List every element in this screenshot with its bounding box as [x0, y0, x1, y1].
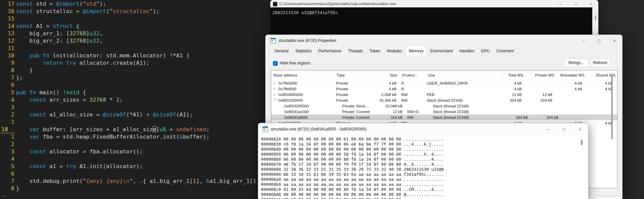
hex-scrollbar-thumb[interactable]: [581, 140, 583, 145]
hide-free-regions-checkbox[interactable]: ✓: [273, 61, 278, 66]
code-line[interactable]: 1: [0, 118, 273, 126]
column-header[interactable]: Base address: [271, 72, 334, 78]
expander-icon[interactable]: ›: [273, 98, 278, 102]
column-header[interactable]: Size: [373, 72, 400, 78]
hex-titlebar[interactable]: structalloc.exe (6720) (0x8f341af000 - 0…: [258, 123, 588, 135]
line-number: 8: [0, 67, 14, 74]
tab-handles[interactable]: Handles: [456, 47, 478, 56]
tab-memory[interactable]: Memory: [406, 46, 427, 56]
tab-environment[interactable]: Environment: [427, 47, 456, 56]
code-line[interactable]: 12 big_arr_2: [32768]u32,: [0, 37, 273, 45]
table-scrollbar-thumb[interactable]: [611, 75, 613, 139]
table-row[interactable]: ›0x8f33000000Private2,048 kBRWPEB12 kB12…: [271, 92, 617, 97]
scrollbar-thumb[interactable]: [595, 15, 596, 20]
maximize-button[interactable]: □: [568, 0, 583, 7]
minimize-button[interactable]: –: [576, 36, 591, 46]
table-row[interactable]: ›0x7ffe0000Private4 kBRUSER_SHARED_DATA4…: [271, 80, 617, 86]
code-line[interactable]: 4: [0, 155, 273, 163]
column-header[interactable]: Shared WS: [587, 72, 617, 78]
code-text: };: [14, 74, 23, 82]
maximize-button[interactable]: □: [591, 36, 607, 46]
tab-token[interactable]: Token: [366, 47, 383, 56]
hex-dump-window[interactable]: structalloc.exe (6720) (0x8f341af000 - 0…: [258, 123, 589, 199]
hex-rows[interactable]: 00000820 00 00 00 00 00 00 00 00 01 00 0…: [258, 135, 588, 199]
code-line[interactable]: 6: [0, 170, 273, 178]
partially-visible-button[interactable]: [596, 197, 620, 199]
code-line[interactable]: 3: [0, 104, 273, 111]
close-button[interactable]: ×: [583, 0, 598, 7]
code-line[interactable]: 10 pub fn init(allocator: std.mem.Alloca…: [0, 52, 273, 59]
tab-comment[interactable]: Comment: [493, 47, 517, 56]
line-number: 1: [0, 133, 14, 141]
tab-threads[interactable]: Threads: [344, 47, 366, 56]
expander-icon[interactable]: ›: [274, 87, 278, 91]
code-token: [16, 134, 30, 140]
minimize-button[interactable]: –: [553, 0, 568, 7]
code-line[interactable]: 14const A1 = struct {: [0, 22, 273, 30]
code-line[interactable]: 18 var buffer: [arr_sizes + a1_alloc_siz…: [0, 126, 273, 133]
code-token: init(allocator: std.mem.Allocator) !*A1 …: [49, 52, 189, 59]
code-line[interactable]: 15: [0, 15, 273, 22]
column-header[interactable]: Protect...: [400, 72, 426, 78]
tab-statistics[interactable]: Statistics: [292, 47, 315, 56]
code-token: (*A1) +: [126, 111, 153, 118]
code-token: a1 =: [46, 163, 66, 169]
code-line[interactable]: 17const std = @import("std");: [0, 0, 273, 8]
code-line[interactable]: 1 var fba = std.heap.FixedBufferAllocato…: [0, 133, 273, 141]
table-row[interactable]: ›0x7ffef000Private4 kBR4 kB4 kB4 kB: [271, 86, 617, 92]
minimize-button[interactable]: –: [540, 123, 556, 135]
table-row[interactable]: ›0x8f33200000Private16,384 kBRWStack (th…: [271, 97, 617, 103]
column-header[interactable]: Shareable WS: [557, 72, 587, 78]
code-line[interactable]: 8 }: [0, 67, 273, 74]
code-line[interactable]: 16const structalloc = @import("structall…: [0, 8, 273, 15]
column-header[interactable]: Total WS: [503, 72, 526, 78]
refresh-button[interactable]: Refresh: [590, 58, 610, 67]
table-row[interactable]: 0x8f341af000Private: Commit324 kBRWStack…: [271, 114, 617, 120]
code-token: ,: [99, 38, 103, 44]
hex-offset: 00000880: [261, 167, 281, 172]
code-line[interactable]: 5 const a1 = try A1.init(allocator);: [0, 163, 273, 170]
close-icon: ×: [579, 127, 582, 132]
tab-gpu[interactable]: GPU: [478, 47, 493, 56]
tab-performance[interactable]: Performance: [315, 47, 345, 56]
close-button[interactable]: ×: [607, 36, 622, 46]
column-header[interactable]: Private WS: [526, 72, 557, 78]
expander-icon[interactable]: ›: [274, 81, 278, 85]
hex-bytes: 40 00 00 00 00 00 00 00 00 00 00 00 00 0…: [283, 192, 401, 197]
properties-titlebar[interactable]: structalloc.exe (6720) Properties – □ ×: [266, 35, 622, 46]
hex-row: 00000890 66 33 34 31 61 66 39 35 63 0a a…: [261, 172, 588, 177]
code-line[interactable]: 3 const allocator = fba.allocator();: [0, 148, 273, 155]
code-token: try: [66, 60, 76, 66]
code-line[interactable]: 9 return try allocator.create(A1);: [0, 59, 273, 67]
close-icon: ×: [590, 2, 592, 6]
table-row[interactable]: 0x8f341ac000Private: Commit12 kBRW+GStac…: [271, 109, 617, 114]
table-row[interactable]: 0x8f33200000Private: Rese...16,048 kBSta…: [271, 103, 617, 109]
code-token: var: [30, 134, 40, 140]
tab-modules[interactable]: Modules: [383, 47, 405, 56]
column-header[interactable]: Use: [426, 72, 503, 78]
code-line[interactable]: 7};: [0, 74, 273, 82]
close-button[interactable]: ×: [572, 123, 588, 135]
code-editor[interactable]: 17const std = @import("std");16const str…: [0, 0, 273, 199]
code-token: A1.init(allocator);: [76, 163, 143, 169]
line-number: 1: [0, 118, 14, 126]
code-token: };: [16, 74, 23, 81]
code-token: @sizeOf: [153, 111, 176, 118]
tab-general[interactable]: General: [271, 47, 292, 56]
app-window-icon: [263, 127, 268, 132]
code-line[interactable]: 7 std.debug.print("{any} {any}\n", .{ a1…: [0, 178, 273, 185]
code-line[interactable]: 13 big_arr_1: [32768]u32,: [0, 30, 273, 37]
code-line[interactable]: 2: [0, 141, 273, 148]
code-line[interactable]: 5pub fn main() !void {: [0, 89, 273, 96]
expander-icon[interactable]: ›: [274, 92, 278, 97]
code-line[interactable]: 4 const arr_sizes = 32768 * 2;: [0, 96, 273, 104]
code-line[interactable]: 6: [0, 82, 273, 89]
code-line[interactable]: 8}: [0, 185, 273, 192]
code-token: ");: [149, 8, 159, 14]
code-line[interactable]: 2 const a1_alloc_size = @sizeOf(*A1) + @…: [0, 111, 273, 118]
code-line[interactable]: 11: [0, 45, 273, 52]
column-header[interactable]: Type: [334, 72, 373, 78]
terminal-titlebar[interactable]: C:\Users\user\source\repos\Zig\structall…: [270, 0, 598, 7]
maximize-button[interactable]: □: [556, 123, 572, 135]
strings-button[interactable]: Strings...: [564, 58, 589, 67]
